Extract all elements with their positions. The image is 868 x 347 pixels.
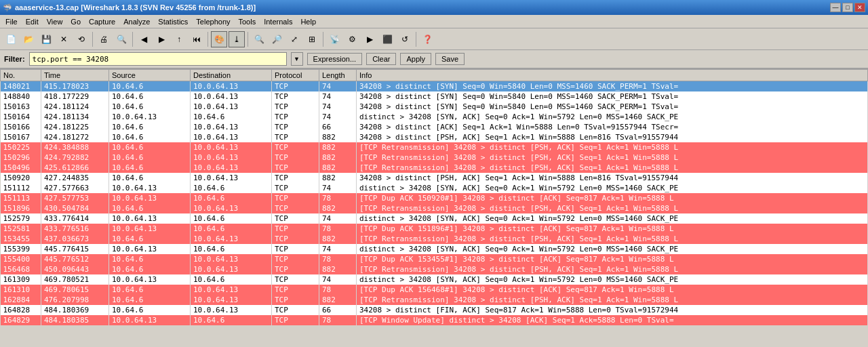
table-row[interactable]: 161310469.78061510.64.610.0.64.13TCP78[T… [1,285,868,295]
table-row[interactable]: 151112427.57766310.0.64.1310.64.6TCP74di… [1,183,868,193]
menu-item-help[interactable]: Help [296,16,320,27]
table-row[interactable]: 150920427.24483510.64.610.0.64.13TCP8823… [1,173,868,183]
forward-button[interactable]: ▶ [153,31,170,47]
close-button[interactable]: ✕ [854,3,865,12]
first-packet-button[interactable]: ⏮ [189,31,205,47]
table-row[interactable]: 150166424.18122510.64.610.0.64.13TCP6634… [1,122,868,132]
save-button[interactable]: 💾 [38,31,54,47]
minimize-button[interactable]: — [830,3,841,12]
start-capture-button[interactable]: ▶ [361,31,378,47]
table-row[interactable]: 162884476.20799810.64.610.0.64.13TCP882[… [1,295,868,305]
table-row[interactable]: 150163424.18112410.64.610.0.64.13TCP7434… [1,102,868,112]
table-row[interactable]: 150296424.79288210.64.610.0.64.13TCP882[… [1,152,868,163]
help-button[interactable]: ❓ [419,31,435,47]
new-button[interactable]: 📄 [3,31,19,47]
cell-proto: TCP [272,91,319,102]
filter-label: Filter: [4,55,25,63]
cell-no: 161310 [1,285,41,295]
table-row[interactable]: 148840418.17722910.64.610.0.64.13TCP7434… [1,91,868,102]
reload-button[interactable]: ⟲ [73,31,90,47]
cell-time: 424.181134 [41,112,109,122]
menu-item-file[interactable]: File [1,16,22,27]
cell-src: 10.64.6 [109,142,191,152]
cell-dst: 10.0.64.13 [191,254,272,264]
cell-no: 150163 [1,102,41,112]
close-capture-button[interactable]: ✕ [56,31,72,47]
apply-button[interactable]: Apply [400,53,431,65]
expression-button[interactable]: Expression... [307,53,363,65]
table-row[interactable]: 151113427.57775310.0.64.1310.64.6TCP78[T… [1,193,868,203]
capture-interfaces-button[interactable]: 📡 [326,31,342,47]
go-packet-button[interactable]: ↑ [171,31,187,47]
menu-item-capture[interactable]: Capture [85,16,119,27]
col-header-dst[interactable]: Destination [191,70,272,81]
menu-item-statistics[interactable]: Statistics [154,16,192,27]
table-row[interactable]: 156468450.09644310.64.610.0.64.13TCP882[… [1,264,868,274]
title-bar-left: 🦈 aaaservice-13.cap [Wireshark 1.8.3 (SV… [3,3,256,12]
menu-item-analyze[interactable]: Analyze [119,16,154,27]
cell-time: 450.096443 [41,264,109,274]
normal-size-button[interactable]: ⤢ [286,31,302,47]
table-row[interactable]: 150225424.38488810.64.610.0.64.13TCP882[… [1,142,868,152]
cell-dst: 10.0.64.13 [191,264,272,274]
clear-button[interactable]: Clear [366,53,396,65]
cell-no: 152579 [1,213,41,224]
capture-options-button[interactable]: ⚙ [344,31,360,47]
menu-item-view[interactable]: View [43,16,67,27]
packet-tbody: 148021415.17802310.64.610.0.64.13TCP7434… [1,81,868,326]
find-button[interactable]: 🔍 [113,31,130,47]
table-row[interactable]: 153455437.03667310.64.610.0.64.13TCP882[… [1,234,868,244]
cell-src: 10.64.6 [109,132,191,142]
table-row[interactable]: 150496425.61286610.64.610.0.64.13TCP882[… [1,163,868,173]
table-row[interactable]: 155399445.77641510.0.64.1310.64.6TCP74di… [1,244,868,254]
table-row[interactable]: 152581433.77651610.0.64.1310.64.6TCP78[T… [1,224,868,234]
open-button[interactable]: 📂 [20,31,37,47]
filter-input[interactable] [29,52,287,66]
resize-columns-button[interactable]: ⊞ [304,31,320,47]
cell-proto: TCP [272,203,319,213]
cell-dst: 10.64.6 [191,274,272,285]
table-row[interactable]: 161309469.78052110.0.64.1310.64.6TCP74di… [1,274,868,285]
menu-item-telephony[interactable]: Telephony [192,16,234,27]
zoom-in-button[interactable]: 🔍 [251,31,267,47]
cell-src: 10.64.6 [109,264,191,274]
cell-info: [TCP Window Update] distinct > 34208 [AC… [357,315,868,325]
menu-item-go[interactable]: Go [66,16,85,27]
cell-info: distinct > 34208 [SYN, ACK] Seq=0 Ack=1 … [357,213,868,224]
packet-list-scroll[interactable]: No. Time Source Destination Protocol Len… [0,69,868,347]
filter-dropdown-button[interactable]: ▼ [291,52,303,66]
table-row[interactable]: 164829484.18038510.0.64.1310.64.6TCP78[T… [1,315,868,325]
table-row[interactable]: 150167424.18127210.64.610.0.64.13TCP8823… [1,132,868,142]
restart-capture-button[interactable]: ↺ [397,31,413,47]
col-header-time[interactable]: Time [41,70,109,81]
print-button[interactable]: 🖨 [96,31,112,47]
col-header-no[interactable]: No. [1,70,41,81]
col-header-len[interactable]: Length [319,70,357,81]
cell-dst: 10.0.64.13 [191,163,272,173]
table-row[interactable]: 151896430.50478410.64.610.0.64.13TCP882[… [1,203,868,213]
table-row[interactable]: 150164424.18113410.0.64.1310.64.6TCP74di… [1,112,868,122]
cell-src: 10.0.64.13 [109,244,191,254]
table-row[interactable]: 155400445.77651210.64.610.0.64.13TCP78[T… [1,254,868,264]
menu-item-internals[interactable]: Internals [260,16,296,27]
table-row[interactable]: 152579433.77641410.0.64.1310.64.6TCP74di… [1,213,868,224]
stop-capture-button[interactable]: ⬛ [379,31,395,47]
cell-time: 430.504784 [41,203,109,213]
table-row[interactable]: 164828484.18036910.64.610.0.64.13TCP6634… [1,305,868,315]
auto-scroll-button[interactable]: ⤓ [229,31,245,47]
zoom-out-button[interactable]: 🔎 [269,31,285,47]
save-button[interactable]: Save [435,53,465,65]
cell-time: 445.776415 [41,244,109,254]
maximize-button[interactable]: □ [842,3,853,12]
col-header-src[interactable]: Source [109,70,191,81]
menu-item-edit[interactable]: Edit [22,16,43,27]
colorize-button[interactable]: 🎨 [211,31,227,47]
menu-item-tools[interactable]: Tools [235,16,260,27]
table-row[interactable]: 148021415.17802310.64.610.0.64.13TCP7434… [1,81,868,92]
back-button[interactable]: ◀ [136,31,152,47]
col-header-proto[interactable]: Protocol [272,70,319,81]
separator-4 [248,32,248,47]
cell-dst: 10.0.64.13 [191,102,272,112]
cell-proto: TCP [272,183,319,193]
col-header-info[interactable]: Info [357,70,868,81]
